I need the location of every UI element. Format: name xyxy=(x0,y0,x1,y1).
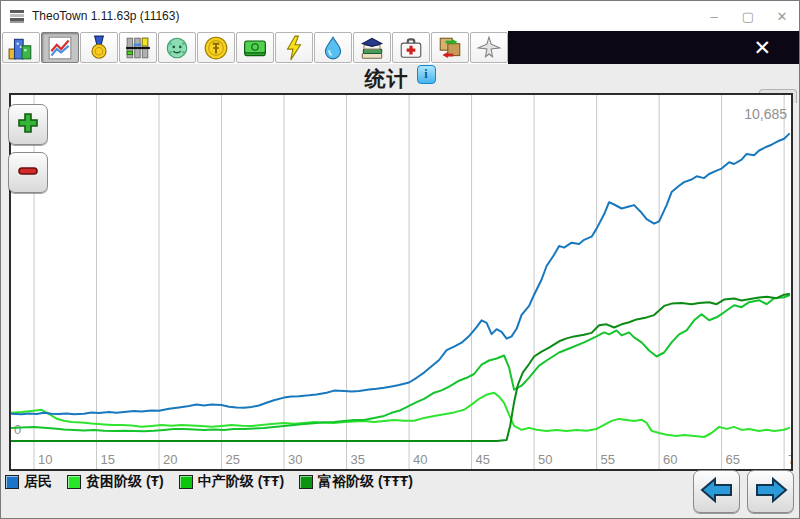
toolbar-button-power[interactable] xyxy=(275,32,313,63)
toolbar-buttons xyxy=(1,31,508,64)
legend-swatch xyxy=(67,475,81,489)
window-controls: – ▢ ✕ xyxy=(697,1,799,31)
toolbar-button-chart[interactable] xyxy=(41,32,79,63)
toolbar-button-medal[interactable] xyxy=(80,32,118,63)
line-chart-plot[interactable]: 10152025303540455055606570010,685 xyxy=(11,95,791,469)
panel-header: 统计 i xyxy=(1,64,799,93)
city-icon xyxy=(8,35,34,61)
toolbar-button-trade[interactable] xyxy=(431,32,469,63)
toolbar-button-happiness[interactable] xyxy=(158,32,196,63)
legend-item[interactable]: 贫困阶级 (Ŧ) xyxy=(67,473,164,491)
title-bar: TheoTown 1.11.63p (11163) – ▢ ✕ xyxy=(1,1,799,32)
app-logo-icon xyxy=(8,7,26,25)
x-tick-label-15: 15 xyxy=(101,452,115,467)
toolbar-button-coin[interactable] xyxy=(197,32,235,63)
scroll-right-button[interactable] xyxy=(747,470,794,513)
health-icon xyxy=(398,35,424,61)
zoom-in-button[interactable] xyxy=(8,104,48,145)
x-tick-label-20: 20 xyxy=(163,452,177,467)
x-tick-label-45: 45 xyxy=(476,452,490,467)
info-icon[interactable]: i xyxy=(417,65,436,84)
maximize-button[interactable]: ▢ xyxy=(731,1,765,31)
plus-icon xyxy=(17,112,39,137)
x-tick-label-40: 40 xyxy=(413,452,427,467)
legend-item[interactable]: 富裕阶级 (ŦŦŦ) xyxy=(299,473,413,491)
chart-legend: 居民贫困阶级 (Ŧ)中产阶级 (ŦŦ)富裕阶级 (ŦŦŦ) xyxy=(5,473,413,491)
minimize-button[interactable]: – xyxy=(697,1,731,31)
scroll-left-button[interactable] xyxy=(693,470,740,513)
x-tick-label-65: 65 xyxy=(726,452,740,467)
toolbar-button-airport[interactable] xyxy=(470,32,508,63)
close-panel-button[interactable]: ✕ xyxy=(753,37,771,58)
time-nav xyxy=(693,470,794,513)
legend-label: 中产阶级 (ŦŦ) xyxy=(198,473,284,491)
toolbar-spacer: ✕ xyxy=(508,31,799,64)
statistics-chart[interactable]: 10152025303540455055606570010,685 xyxy=(9,93,793,471)
legend-swatch xyxy=(299,475,313,489)
theotown-statistics-window: { "window": { "title": "TheoTown 1.11.63… xyxy=(0,0,800,519)
coin-icon xyxy=(203,35,229,61)
stats-bars-icon xyxy=(125,35,151,61)
toolbar-button-health[interactable] xyxy=(392,32,430,63)
power-icon xyxy=(281,35,307,61)
toolbar-button-water[interactable] xyxy=(314,32,352,63)
page-title: 统计 xyxy=(365,65,409,93)
category-toolbar: ✕ xyxy=(1,31,799,65)
y-max-value-label: 10,685 xyxy=(744,106,787,122)
x-tick-label-55: 55 xyxy=(601,452,615,467)
series-line-2 xyxy=(12,294,790,441)
arrow-left-icon xyxy=(700,476,734,507)
airport-icon xyxy=(476,35,502,61)
series-line-3 xyxy=(12,134,790,414)
toolbar-button-stats-bars[interactable] xyxy=(119,32,157,63)
legend-item[interactable]: 中产阶级 (ŦŦ) xyxy=(179,473,284,491)
education-icon xyxy=(359,35,385,61)
toolbar-button-city[interactable] xyxy=(2,32,40,63)
x-tick-label-30: 30 xyxy=(288,452,302,467)
x-tick-label-60: 60 xyxy=(663,452,677,467)
x-tick-label-35: 35 xyxy=(351,452,365,467)
zoom-out-button[interactable] xyxy=(8,152,48,193)
toolbar-button-cash[interactable] xyxy=(236,32,274,63)
legend-swatch xyxy=(5,475,19,489)
close-window-button[interactable]: ✕ xyxy=(765,1,799,31)
cash-icon xyxy=(242,35,268,61)
x-tick-label-25: 25 xyxy=(226,452,240,467)
minus-icon xyxy=(17,160,39,185)
toolbar-button-education[interactable] xyxy=(353,32,391,63)
legend-label: 居民 xyxy=(24,473,52,491)
legend-item[interactable]: 居民 xyxy=(5,473,52,491)
legend-swatch xyxy=(179,475,193,489)
trade-icon xyxy=(437,35,463,61)
chart-icon xyxy=(47,35,73,61)
happiness-icon xyxy=(164,35,190,61)
arrow-right-icon xyxy=(754,476,788,507)
water-icon xyxy=(320,35,346,61)
y-zero-label: 0 xyxy=(14,422,21,437)
x-tick-label-70: 70 xyxy=(788,452,791,467)
medal-icon xyxy=(86,35,112,61)
x-tick-label-50: 50 xyxy=(538,452,552,467)
x-tick-label-10: 10 xyxy=(38,452,52,467)
window-title: TheoTown 1.11.63p (11163) xyxy=(32,9,179,23)
legend-label: 贫困阶级 (Ŧ) xyxy=(86,473,164,491)
legend-label: 富裕阶级 (ŦŦŦ) xyxy=(318,473,413,491)
